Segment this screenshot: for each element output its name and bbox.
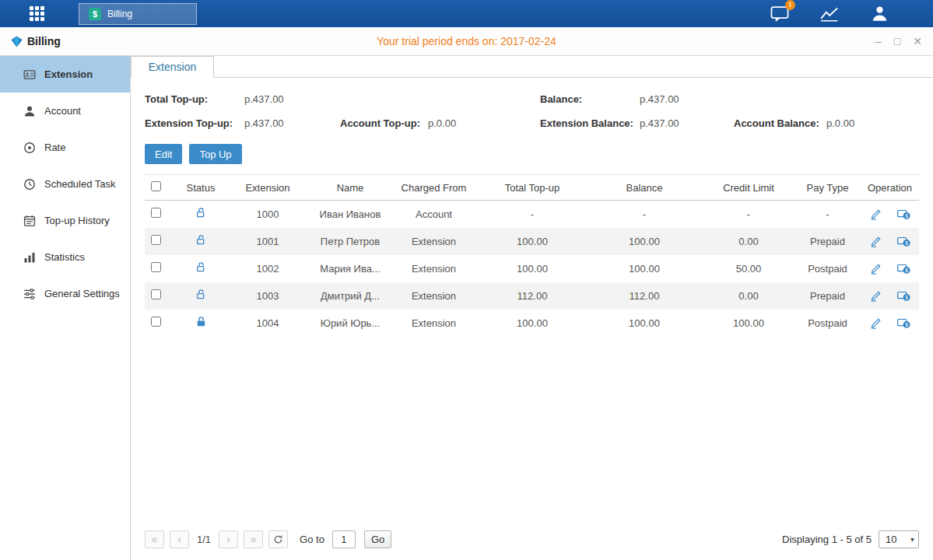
cell-total-topup: 112.00 [479, 282, 586, 310]
content-tabbar: Extension [131, 56, 933, 78]
displaying-text: Displaying 1 - 5 of 5 [782, 534, 872, 545]
cell-charged-from: Extension [389, 310, 479, 337]
topup-icon[interactable] [897, 317, 910, 329]
cell-extension: 1002 [224, 255, 311, 282]
user-icon[interactable] [868, 3, 890, 25]
edit-icon[interactable] [869, 208, 882, 220]
total-topup-value: p.437.00 [244, 93, 284, 105]
sidebar-item-topup-history[interactable]: Top-up History [0, 202, 130, 239]
cell-total-topup: 100.00 [479, 310, 586, 337]
trial-notice: Your trial period ends on: 2017-02-24 [182, 35, 751, 47]
edit-icon[interactable] [869, 317, 882, 329]
cell-pay-type: - [794, 201, 861, 228]
lock-open-icon[interactable] [195, 261, 207, 273]
sidebar-item-statistics[interactable]: Statistics [0, 239, 130, 275]
table-row: 1000 Иван Иванов Account - - - - [145, 201, 919, 228]
col-total-topup: Total Top-up [479, 175, 586, 201]
lock-open-icon[interactable] [195, 289, 207, 300]
row-checkbox[interactable] [151, 317, 161, 327]
sidebar-item-rate[interactable]: Rate [0, 129, 130, 166]
row-checkbox[interactable] [151, 262, 161, 272]
maximize-icon[interactable]: □ [894, 36, 900, 47]
cell-balance: 100.00 [586, 255, 703, 282]
window-title: Billing [11, 35, 182, 47]
first-page-button[interactable]: « [145, 530, 164, 548]
chart-icon[interactable] [819, 3, 840, 25]
cell-name: Петр Петров [311, 228, 389, 255]
page-size-select[interactable]: 10 ▾ [879, 530, 919, 548]
next-page-button[interactable]: › [219, 530, 238, 548]
table-row: 1001 Петр Петров Extension 100.00 100.00… [145, 228, 919, 255]
lock-open-icon[interactable] [195, 207, 207, 219]
sidebar-item-general-settings[interactable]: General Settings [0, 275, 130, 312]
lock-closed-icon[interactable] [195, 316, 207, 327]
app-grid-icon[interactable] [30, 6, 44, 21]
cell-credit-limit: 50.00 [703, 255, 794, 282]
cell-credit-limit: 100.00 [703, 310, 794, 337]
cell-pay-type: Postpaid [794, 255, 861, 282]
cell-name: Мария Ива... [311, 255, 389, 282]
sidebar-item-account[interactable]: Account [0, 93, 130, 129]
cell-charged-from: Extension [389, 255, 479, 282]
billing-app-tab[interactable]: $ Billing [79, 3, 197, 25]
balance-summary: Total Top-up: p.437.00 Balance: p.437.00… [131, 78, 933, 131]
table-row: 1004 Юрий Юрь... Extension 100.00 100.00… [145, 310, 919, 337]
lock-open-icon[interactable] [195, 234, 207, 246]
account-topup-field: Account Top-up: p.0.00 [340, 117, 540, 129]
extension-balance-label: Extension Balance: [540, 117, 640, 129]
row-checkbox[interactable] [151, 208, 161, 218]
top-up-button[interactable]: Top Up [189, 144, 241, 164]
last-page-button[interactable]: » [244, 530, 263, 548]
cell-total-topup: - [479, 201, 586, 228]
goto-page-input[interactable] [332, 530, 356, 548]
edit-button[interactable]: Edit [145, 144, 182, 164]
chat-icon[interactable]: ! [769, 3, 791, 25]
cell-balance: 100.00 [586, 228, 703, 255]
row-checkbox[interactable] [151, 235, 161, 245]
col-extension: Extension [224, 175, 311, 201]
pager: « ‹ 1/1 › » Go to Go [145, 530, 391, 548]
cell-balance: 100.00 [586, 310, 703, 337]
sidebar-item-scheduled-task[interactable]: Scheduled Task [0, 166, 130, 202]
edit-icon[interactable] [869, 236, 882, 247]
account-topup-value: p.0.00 [428, 117, 456, 129]
tab-extension[interactable]: Extension [131, 56, 214, 78]
account-icon [23, 105, 36, 117]
sidebar: Extension Account Rate Scheduled Task To… [0, 56, 131, 560]
window-title-label: Billing [27, 35, 61, 47]
edit-icon[interactable] [869, 263, 882, 275]
prev-page-button[interactable]: ‹ [170, 530, 189, 548]
sidebar-item-extension[interactable]: Extension [0, 56, 130, 93]
cell-balance: - [586, 201, 703, 228]
chevron-down-icon: ▾ [910, 535, 914, 544]
pagination-bar: « ‹ 1/1 › » Go to Go Displaying 1 - 5 of… [131, 523, 933, 560]
topup-icon[interactable] [897, 236, 910, 247]
cell-pay-type: Prepaid [794, 228, 861, 255]
tab-extension-label: Extension [149, 61, 196, 73]
close-icon[interactable]: ✕ [913, 36, 922, 47]
sidebar-item-label: Scheduled Task [44, 178, 116, 190]
col-operation: Operation [861, 175, 919, 201]
edit-icon[interactable] [869, 290, 882, 302]
cell-balance: 112.00 [586, 282, 703, 310]
cell-name: Юрий Юрь... [311, 310, 389, 337]
cell-total-topup: 100.00 [479, 228, 586, 255]
balance-field: Balance: p.437.00 [540, 93, 734, 105]
topup-icon[interactable] [897, 263, 910, 275]
balance-label: Balance: [540, 93, 640, 105]
topup-icon[interactable] [897, 290, 910, 302]
table-header-row: Status Extension Name Charged From Total… [145, 175, 919, 201]
refresh-button[interactable] [268, 530, 288, 548]
select-all-checkbox[interactable] [151, 181, 161, 191]
billing-app-tab-label: Billing [107, 9, 132, 19]
go-button[interactable]: Go [364, 530, 391, 548]
cell-name: Иван Иванов [311, 201, 389, 228]
table-row: 1003 Дмитрий Д... Extension 112.00 112.0… [145, 282, 919, 310]
extensions-table: Status Extension Name Charged From Total… [145, 174, 919, 337]
cell-charged-from: Extension [389, 282, 479, 310]
minimize-icon[interactable]: – [875, 36, 882, 47]
row-checkbox[interactable] [151, 289, 161, 299]
window-controls: – □ ✕ [751, 36, 922, 47]
topup-icon[interactable] [897, 208, 910, 220]
cell-credit-limit: 0.00 [703, 282, 794, 310]
